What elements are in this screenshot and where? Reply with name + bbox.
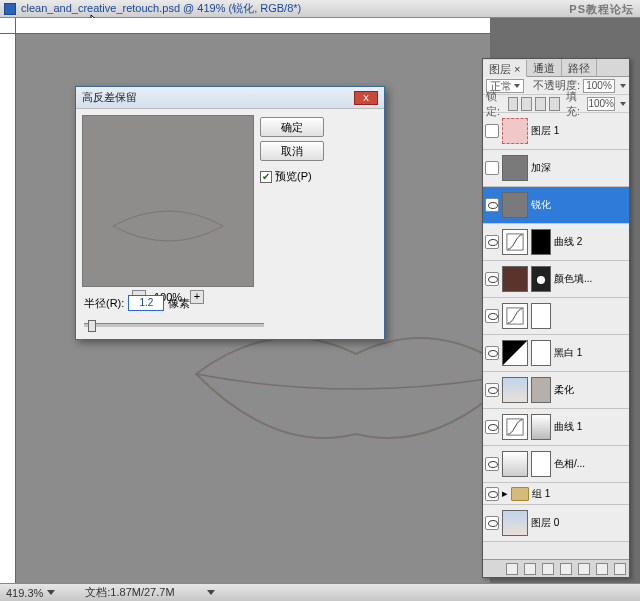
- layer-name[interactable]: 柔化: [554, 383, 627, 397]
- preview-check[interactable]: ✔ 预览(P): [260, 169, 324, 184]
- close-button[interactable]: X: [354, 91, 378, 105]
- layer-name[interactable]: 锐化: [531, 198, 627, 212]
- layers-list: 图层 1加深锐化曲线 2颜色填...黑白 1柔化曲线 1色相/...▸组 1图层…: [483, 113, 629, 545]
- layer-name[interactable]: 黑白 1: [554, 346, 627, 360]
- doc-icon: [4, 3, 16, 15]
- layer-name[interactable]: 图层 0: [531, 516, 627, 530]
- layers-panel: 图层 × 通道 路径 正常 不透明度: 100% 锁定: 填充: 100% 图层…: [482, 58, 630, 578]
- layer-row[interactable]: [483, 298, 629, 335]
- layer-row[interactable]: 锐化: [483, 187, 629, 224]
- layer-thumb: [502, 118, 528, 144]
- layer-row[interactable]: 加深: [483, 150, 629, 187]
- layer-mask: [531, 377, 551, 403]
- layer-thumb: [502, 377, 528, 403]
- blend-row: 正常 不透明度: 100%: [483, 77, 629, 95]
- visibility-toggle[interactable]: [485, 346, 499, 360]
- lock-label: 锁定:: [486, 89, 505, 119]
- high-pass-dialog: 高反差保留 X - 100% + 确定 取消 ✔ 预览(P) 半径(R): 1.…: [75, 86, 385, 340]
- layer-thumb: [502, 192, 528, 218]
- layer-row[interactable]: 柔化: [483, 372, 629, 409]
- status-bar: 419.3% 文档:1.87M/27.7M: [0, 583, 640, 601]
- visibility-toggle[interactable]: [485, 516, 499, 530]
- cancel-button[interactable]: 取消: [260, 141, 324, 161]
- lock-pos-icon[interactable]: [535, 97, 546, 111]
- folder-icon: [511, 487, 529, 501]
- status-docinfo: 文档:1.87M/27.7M: [85, 585, 174, 600]
- layer-row[interactable]: 曲线 1: [483, 409, 629, 446]
- visibility-toggle[interactable]: [485, 124, 499, 138]
- layer-row[interactable]: 图层 1: [483, 113, 629, 150]
- visibility-toggle[interactable]: [485, 309, 499, 323]
- visibility-toggle[interactable]: [485, 487, 499, 501]
- layer-name[interactable]: 曲线 2: [554, 235, 627, 249]
- tab-paths[interactable]: 路径: [562, 59, 597, 76]
- layer-mask: [531, 266, 551, 292]
- layer-name[interactable]: 曲线 1: [554, 420, 627, 434]
- layer-thumb: [502, 451, 528, 477]
- layer-thumb: [502, 340, 528, 366]
- new-icon[interactable]: [596, 563, 608, 575]
- layer-thumb: [502, 266, 528, 292]
- slider-thumb[interactable]: [88, 320, 96, 332]
- dialog-titlebar[interactable]: 高反差保留 X: [76, 87, 384, 109]
- radius-slider[interactable]: [84, 323, 264, 327]
- layer-row[interactable]: 曲线 2: [483, 224, 629, 261]
- ruler-corner: [0, 18, 16, 34]
- layer-name[interactable]: 图层 1: [531, 124, 627, 138]
- adj-icon[interactable]: [560, 563, 572, 575]
- visibility-toggle[interactable]: [485, 272, 499, 286]
- layer-thumb: [502, 303, 528, 329]
- layer-row[interactable]: 色相/...: [483, 446, 629, 483]
- layer-folder[interactable]: ▸组 1: [483, 483, 629, 505]
- dialog-title: 高反差保留: [82, 90, 137, 105]
- layer-mask: [531, 229, 551, 255]
- visibility-toggle[interactable]: [485, 161, 499, 175]
- layer-thumb: [502, 414, 528, 440]
- mask-icon[interactable]: [542, 563, 554, 575]
- visibility-toggle[interactable]: [485, 383, 499, 397]
- checkbox-icon[interactable]: ✔: [260, 171, 272, 183]
- layer-thumb: [502, 155, 528, 181]
- layer-row[interactable]: 颜色填...: [483, 261, 629, 298]
- fill-value[interactable]: 100%: [587, 97, 615, 111]
- layer-mask: [531, 303, 551, 329]
- radius-input[interactable]: 1.2: [128, 295, 164, 311]
- trash-icon[interactable]: [614, 563, 626, 575]
- layer-name[interactable]: 加深: [531, 161, 627, 175]
- layer-thumb: [502, 510, 528, 536]
- ruler-vertical[interactable]: [0, 34, 16, 583]
- group-icon[interactable]: [578, 563, 590, 575]
- ruler-horizontal[interactable]: [16, 18, 490, 34]
- layer-row[interactable]: 图层 0: [483, 505, 629, 542]
- layer-name[interactable]: 组 1: [532, 487, 627, 501]
- ok-button[interactable]: 确定: [260, 117, 324, 137]
- layer-mask: [531, 414, 551, 440]
- panel-footer: [483, 559, 629, 577]
- visibility-toggle[interactable]: [485, 420, 499, 434]
- visibility-toggle[interactable]: [485, 457, 499, 471]
- status-zoom[interactable]: 419.3%: [6, 587, 43, 599]
- tab-layers[interactable]: 图层 ×: [483, 60, 527, 77]
- opacity-value[interactable]: 100%: [583, 79, 615, 93]
- layer-row[interactable]: 黑白 1: [483, 335, 629, 372]
- lock-pixels-icon[interactable]: [521, 97, 532, 111]
- preview-content: [83, 116, 255, 288]
- visibility-toggle[interactable]: [485, 235, 499, 249]
- layer-mask: [531, 451, 551, 477]
- fx-icon[interactable]: [524, 563, 536, 575]
- layer-thumb: [502, 229, 528, 255]
- tab-channels[interactable]: 通道: [527, 59, 562, 76]
- preview-area[interactable]: [82, 115, 254, 287]
- panel-tabs: 图层 × 通道 路径: [483, 59, 629, 77]
- visibility-toggle[interactable]: [485, 198, 499, 212]
- lock-trans-icon[interactable]: [508, 97, 519, 111]
- radius-label: 半径(R):: [84, 296, 124, 311]
- document-title: clean_and_creative_retouch.psd @ 419% (锐…: [21, 1, 301, 16]
- layer-name[interactable]: 颜色填...: [554, 272, 627, 286]
- link-icon[interactable]: [506, 563, 518, 575]
- layer-name[interactable]: 色相/...: [554, 457, 627, 471]
- lock-all-icon[interactable]: [549, 97, 560, 111]
- zoom-in-button[interactable]: +: [190, 290, 204, 304]
- lock-row: 锁定: 填充: 100%: [483, 95, 629, 113]
- fill-label: 填充:: [566, 89, 585, 119]
